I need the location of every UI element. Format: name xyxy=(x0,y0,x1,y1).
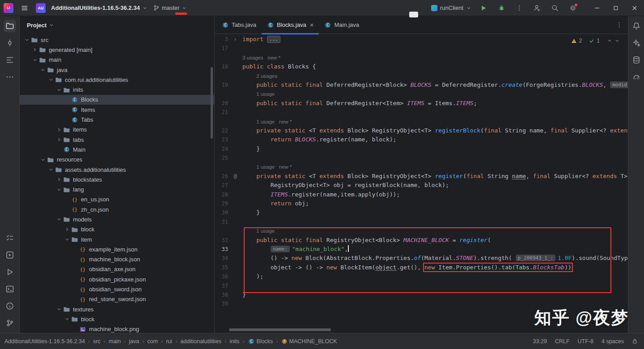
tab-options-icon[interactable] xyxy=(616,21,623,28)
services-icon[interactable] xyxy=(4,249,16,261)
chevron-down-icon[interactable] xyxy=(39,157,47,163)
tree-item-com.rui.additionalutilities[interactable]: com.rui.additionalutilities xyxy=(20,75,214,85)
tree-item-machine_block.png[interactable]: machine_block.png xyxy=(20,324,214,333)
breadcrumb-item[interactable]: inits xyxy=(229,338,239,345)
chevron-right-icon[interactable] xyxy=(55,127,63,133)
structure-icon[interactable] xyxy=(4,54,16,66)
fold-icon[interactable]: › xyxy=(228,35,242,44)
file-encoding[interactable]: UTF-8 xyxy=(578,338,593,345)
line-separator[interactable]: CRLF xyxy=(555,338,570,345)
tree-item-src[interactable]: src xyxy=(20,35,214,45)
tree-item-blocks[interactable]: CBlocks xyxy=(20,95,214,105)
project-selector[interactable]: AdditionalUtilities-1.16.5-36.2.34 xyxy=(51,4,148,11)
settings-icon[interactable] xyxy=(567,2,579,14)
horizontal-scrollbar[interactable] xyxy=(229,328,331,331)
collaboration-icon[interactable] xyxy=(531,2,543,14)
lock-icon[interactable] xyxy=(632,338,638,344)
tree-item-models[interactable]: models xyxy=(20,214,214,224)
chevron-down-icon[interactable] xyxy=(64,236,71,243)
code-editor[interactable]: 3›import ...173 usages new *18public cla… xyxy=(215,34,628,333)
chevron-down-icon[interactable] xyxy=(31,57,38,63)
debug-button[interactable] xyxy=(496,2,507,14)
run-button[interactable] xyxy=(478,2,489,14)
tree-item-assets.additionalutilities[interactable]: assets.additionalutilities xyxy=(20,165,214,174)
tree-item-obsidian_axe.json[interactable]: {}obsidian_axe.json xyxy=(20,264,214,274)
tree-item-main[interactable]: main xyxy=(20,55,214,65)
tree-item-resources[interactable]: resources xyxy=(20,155,214,165)
tree-item-block[interactable]: block xyxy=(20,314,214,324)
chevron-down-icon[interactable] xyxy=(47,166,55,173)
tree-item-tabs[interactable]: CTabs xyxy=(20,115,214,124)
tree-item-machine_block.json[interactable]: {}machine_block.json xyxy=(20,255,214,264)
chevron-down-icon[interactable] xyxy=(39,67,47,73)
chevron-down-icon[interactable] xyxy=(47,77,55,83)
ai-assistant-icon[interactable] xyxy=(630,37,643,49)
run-config-selector[interactable]: runClient xyxy=(431,4,471,11)
prev-problem-icon[interactable] xyxy=(607,38,612,43)
indent-setting[interactable]: 4 spaces xyxy=(602,338,624,345)
tree-item-zh_cn.json[interactable]: {}zh_cn.json xyxy=(20,204,214,214)
commit-icon[interactable] xyxy=(4,37,16,49)
problems-icon[interactable] xyxy=(4,300,16,312)
breadcrumb-item[interactable]: src xyxy=(93,338,101,345)
tree-item-generated-main-[interactable]: generated [main] xyxy=(20,45,214,55)
tree-item-red_stone_sword.json[interactable]: {}red_stone_sword.json xyxy=(20,294,214,304)
close-icon[interactable]: × xyxy=(310,21,314,28)
tree-item-java[interactable]: java xyxy=(20,65,214,75)
database-icon[interactable] xyxy=(630,54,643,66)
close-button[interactable] xyxy=(625,0,644,16)
gutter-annotation-icon[interactable]: @ xyxy=(228,172,242,181)
project-panel-header[interactable]: Project xyxy=(20,16,214,34)
version-control-icon[interactable] xyxy=(4,317,16,329)
run-tool-icon[interactable] xyxy=(4,266,16,278)
tree-item-obsidian_pickaxe.json[interactable]: {}obsidian_pickaxe.json xyxy=(20,274,214,284)
inspections-widget[interactable]: 2 1 xyxy=(571,38,620,44)
caret-position[interactable]: 33:29 xyxy=(533,338,547,345)
breadcrumb-item[interactable]: fMACHINE_BLOCK xyxy=(281,338,337,345)
breadcrumb-item[interactable]: main xyxy=(109,338,121,345)
tree-item-textures[interactable]: textures xyxy=(20,304,214,314)
tree-item-block[interactable]: block xyxy=(20,225,214,234)
tree-item-en_us.json[interactable]: {}en_us.json xyxy=(20,195,214,204)
tree-item-obsidian_sword.json[interactable]: {}obsidian_sword.json xyxy=(20,284,214,294)
chevron-right-icon[interactable] xyxy=(31,47,38,53)
chevron-down-icon[interactable] xyxy=(55,87,63,93)
breadcrumb-item[interactable]: com xyxy=(147,338,158,345)
breadcrumb-item[interactable]: CBlocks xyxy=(248,338,273,345)
tree-item-blockstates[interactable]: blockstates xyxy=(20,174,214,184)
breadcrumb-item[interactable]: rui xyxy=(166,338,172,345)
tab-tabs-java[interactable]: CTabs.java xyxy=(216,16,262,34)
breadcrumb-item[interactable]: java xyxy=(129,338,139,345)
more-actions-icon[interactable] xyxy=(513,2,525,14)
tree-item-item[interactable]: item xyxy=(20,234,214,244)
chevron-down-icon[interactable] xyxy=(55,306,63,312)
chevron-down-icon[interactable] xyxy=(55,216,63,222)
tree-item-items[interactable]: CItems xyxy=(20,105,214,115)
tree-item-example_item.json[interactable]: {}example_item.json xyxy=(20,244,214,254)
tree-item-inits[interactable]: inits xyxy=(20,85,214,94)
chevron-right-icon[interactable] xyxy=(55,136,63,143)
todo-icon[interactable] xyxy=(4,232,16,244)
gradle-icon[interactable] xyxy=(630,71,643,83)
search-icon[interactable] xyxy=(549,2,561,14)
terminal-icon[interactable] xyxy=(4,283,16,295)
chevron-down-icon[interactable] xyxy=(64,316,71,322)
more-icon[interactable] xyxy=(4,71,16,83)
project-scrollbar[interactable] xyxy=(211,67,213,139)
tree-item-main[interactable]: CMain xyxy=(20,145,214,154)
maximize-button[interactable] xyxy=(606,0,625,16)
minimize-button[interactable] xyxy=(588,0,606,16)
breadcrumb-item[interactable]: additionalutilities xyxy=(180,338,221,345)
main-menu-icon[interactable] xyxy=(19,2,30,14)
breadcrumb-item[interactable]: AdditionalUtilities-1.16.5-36.2.34 xyxy=(4,338,85,345)
tree-item-tabs[interactable]: tabs xyxy=(20,135,214,145)
tab-blocks-java[interactable]: CBlocks.java× xyxy=(262,16,319,34)
chevron-down-icon[interactable] xyxy=(23,37,30,43)
project-icon[interactable] xyxy=(4,20,16,32)
chevron-right-icon[interactable] xyxy=(55,176,63,183)
notifications-icon[interactable] xyxy=(630,20,643,32)
chevron-right-icon[interactable] xyxy=(64,226,71,233)
tab-main-java[interactable]: CMain.java xyxy=(319,16,364,34)
chevron-down-icon[interactable] xyxy=(55,187,63,193)
next-problem-icon[interactable] xyxy=(614,38,620,43)
